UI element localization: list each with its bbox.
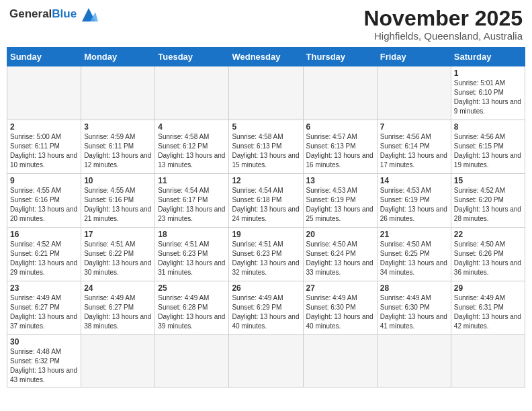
header-monday: Monday xyxy=(81,48,155,66)
day-info: Sunrise: 4:59 AM Sunset: 6:11 PM Dayligh… xyxy=(84,132,152,170)
day-info: Sunrise: 4:53 AM Sunset: 6:19 PM Dayligh… xyxy=(380,186,448,224)
calendar-cell: 25Sunrise: 4:49 AM Sunset: 6:28 PM Dayli… xyxy=(155,281,229,335)
day-number: 13 xyxy=(306,176,374,185)
calendar-cell: 14Sunrise: 4:53 AM Sunset: 6:19 PM Dayli… xyxy=(377,174,451,228)
day-number: 20 xyxy=(306,230,374,239)
calendar-cell: 18Sunrise: 4:51 AM Sunset: 6:23 PM Dayli… xyxy=(155,228,229,281)
day-info: Sunrise: 4:49 AM Sunset: 6:28 PM Dayligh… xyxy=(158,293,226,331)
calendar-cell xyxy=(81,66,155,120)
day-info: Sunrise: 5:00 AM Sunset: 6:11 PM Dayligh… xyxy=(10,132,78,170)
calendar-header: General Blue November 2025 Highfields, Q… xyxy=(7,7,525,42)
day-info: Sunrise: 4:54 AM Sunset: 6:18 PM Dayligh… xyxy=(232,186,300,224)
day-info: Sunrise: 4:56 AM Sunset: 6:14 PM Dayligh… xyxy=(380,132,448,170)
calendar-cell: 17Sunrise: 4:51 AM Sunset: 6:22 PM Dayli… xyxy=(81,228,155,281)
calendar-cell: 27Sunrise: 4:49 AM Sunset: 6:30 PM Dayli… xyxy=(303,281,377,335)
day-number: 8 xyxy=(454,122,522,132)
day-info: Sunrise: 4:49 AM Sunset: 6:31 PM Dayligh… xyxy=(454,293,522,331)
calendar-cell xyxy=(377,335,451,387)
day-info: Sunrise: 4:53 AM Sunset: 6:19 PM Dayligh… xyxy=(306,186,374,224)
day-number: 26 xyxy=(232,283,300,293)
day-number: 16 xyxy=(10,230,78,239)
week-row-1: 2Sunrise: 5:00 AM Sunset: 6:11 PM Daylig… xyxy=(7,120,525,174)
calendar-cell: 8Sunrise: 4:56 AM Sunset: 6:15 PM Daylig… xyxy=(451,120,525,174)
calendar-cell: 30Sunrise: 4:48 AM Sunset: 6:32 PM Dayli… xyxy=(7,335,81,387)
day-number: 7 xyxy=(380,122,448,132)
calendar-cell: 20Sunrise: 4:50 AM Sunset: 6:24 PM Dayli… xyxy=(303,228,377,281)
calendar-cell: 29Sunrise: 4:49 AM Sunset: 6:31 PM Dayli… xyxy=(451,281,525,335)
day-number: 14 xyxy=(380,176,448,185)
day-info: Sunrise: 4:52 AM Sunset: 6:21 PM Dayligh… xyxy=(10,240,78,277)
day-number: 6 xyxy=(306,122,374,132)
month-title: November 2025 xyxy=(363,7,523,30)
calendar-cell: 4Sunrise: 4:58 AM Sunset: 6:12 PM Daylig… xyxy=(155,120,229,174)
day-number: 4 xyxy=(158,122,226,132)
logo-general-text: General xyxy=(9,7,52,21)
week-row-0: 1Sunrise: 5:01 AM Sunset: 6:10 PM Daylig… xyxy=(7,66,525,120)
calendar-cell xyxy=(7,66,81,120)
day-number: 18 xyxy=(158,230,226,239)
day-info: Sunrise: 4:49 AM Sunset: 6:27 PM Dayligh… xyxy=(10,293,78,331)
day-info: Sunrise: 4:51 AM Sunset: 6:23 PM Dayligh… xyxy=(158,240,226,277)
day-number: 19 xyxy=(232,230,300,239)
day-number: 3 xyxy=(84,122,152,132)
logo: General Blue xyxy=(9,7,98,21)
day-number: 23 xyxy=(10,283,78,293)
header-saturday: Saturday xyxy=(451,48,525,66)
day-info: Sunrise: 4:49 AM Sunset: 6:27 PM Dayligh… xyxy=(84,293,152,331)
day-info: Sunrise: 4:52 AM Sunset: 6:20 PM Dayligh… xyxy=(454,186,522,224)
day-number: 21 xyxy=(380,230,448,239)
day-info: Sunrise: 4:56 AM Sunset: 6:15 PM Dayligh… xyxy=(454,132,522,170)
day-info: Sunrise: 4:50 AM Sunset: 6:26 PM Dayligh… xyxy=(454,240,522,277)
calendar-cell xyxy=(303,335,377,387)
day-info: Sunrise: 4:55 AM Sunset: 6:16 PM Dayligh… xyxy=(10,186,78,224)
calendar-cell: 24Sunrise: 4:49 AM Sunset: 6:27 PM Dayli… xyxy=(81,281,155,335)
calendar-cell: 11Sunrise: 4:54 AM Sunset: 6:17 PM Dayli… xyxy=(155,174,229,228)
day-number: 2 xyxy=(10,122,78,132)
day-info: Sunrise: 4:49 AM Sunset: 6:30 PM Dayligh… xyxy=(380,293,448,331)
logo-icon xyxy=(79,7,98,21)
day-number: 24 xyxy=(84,283,152,293)
day-number: 5 xyxy=(232,122,300,132)
day-number: 25 xyxy=(158,283,226,293)
day-number: 30 xyxy=(10,337,78,347)
week-row-4: 23Sunrise: 4:49 AM Sunset: 6:27 PM Dayli… xyxy=(7,281,525,335)
calendar-cell xyxy=(377,66,451,120)
calendar-cell xyxy=(451,335,525,387)
day-number: 27 xyxy=(306,283,374,293)
day-info: Sunrise: 4:48 AM Sunset: 6:32 PM Dayligh… xyxy=(10,347,78,385)
day-number: 29 xyxy=(454,283,522,293)
title-block: November 2025 Highfields, Queensland, Au… xyxy=(363,7,523,42)
day-info: Sunrise: 4:55 AM Sunset: 6:16 PM Dayligh… xyxy=(84,186,152,224)
day-info: Sunrise: 4:50 AM Sunset: 6:25 PM Dayligh… xyxy=(380,240,448,277)
calendar-cell: 3Sunrise: 4:59 AM Sunset: 6:11 PM Daylig… xyxy=(81,120,155,174)
header-wednesday: Wednesday xyxy=(229,48,303,66)
calendar-cell xyxy=(155,335,229,387)
calendar-cell xyxy=(303,66,377,120)
location-title: Highfields, Queensland, Australia xyxy=(363,30,523,42)
day-number: 10 xyxy=(84,176,152,185)
logo-blue-text: Blue xyxy=(52,7,77,21)
calendar-cell xyxy=(229,335,303,387)
day-number: 28 xyxy=(380,283,448,293)
week-row-3: 16Sunrise: 4:52 AM Sunset: 6:21 PM Dayli… xyxy=(7,228,525,281)
header-friday: Friday xyxy=(377,48,451,66)
calendar-cell: 2Sunrise: 5:00 AM Sunset: 6:11 PM Daylig… xyxy=(7,120,81,174)
calendar-cell: 5Sunrise: 4:58 AM Sunset: 6:13 PM Daylig… xyxy=(229,120,303,174)
header-thursday: Thursday xyxy=(303,48,377,66)
day-info: Sunrise: 4:49 AM Sunset: 6:29 PM Dayligh… xyxy=(232,293,300,331)
calendar-cell: 10Sunrise: 4:55 AM Sunset: 6:16 PM Dayli… xyxy=(81,174,155,228)
day-info: Sunrise: 4:54 AM Sunset: 6:17 PM Dayligh… xyxy=(158,186,226,224)
day-info: Sunrise: 4:57 AM Sunset: 6:13 PM Dayligh… xyxy=(306,132,374,170)
calendar-cell xyxy=(155,66,229,120)
calendar-cell: 28Sunrise: 4:49 AM Sunset: 6:30 PM Dayli… xyxy=(377,281,451,335)
calendar-cell xyxy=(229,66,303,120)
day-info: Sunrise: 4:58 AM Sunset: 6:12 PM Dayligh… xyxy=(158,132,226,170)
calendar-cell: 13Sunrise: 4:53 AM Sunset: 6:19 PM Dayli… xyxy=(303,174,377,228)
day-number: 11 xyxy=(158,176,226,185)
header-sunday: Sunday xyxy=(7,48,81,66)
calendar-cell: 12Sunrise: 4:54 AM Sunset: 6:18 PM Dayli… xyxy=(229,174,303,228)
day-number: 9 xyxy=(10,176,78,185)
day-info: Sunrise: 4:51 AM Sunset: 6:23 PM Dayligh… xyxy=(232,240,300,277)
day-info: Sunrise: 4:50 AM Sunset: 6:24 PM Dayligh… xyxy=(306,240,374,277)
calendar-table: SundayMondayTuesdayWednesdayThursdayFrid… xyxy=(7,47,525,387)
